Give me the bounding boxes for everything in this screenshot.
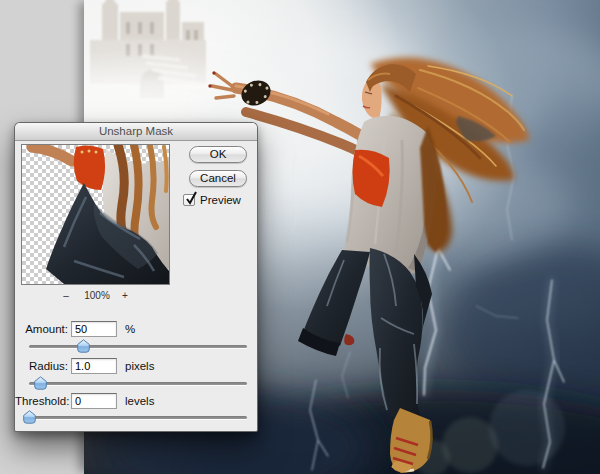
threshold-slider-thumb[interactable] <box>23 410 36 424</box>
preview-thumbnail[interactable] <box>21 144 170 285</box>
threshold-label: Threshold: <box>15 395 68 407</box>
radius-slider-thumb[interactable] <box>34 376 47 390</box>
radius-label: Radius: <box>15 360 68 372</box>
amount-slider-track[interactable] <box>29 345 247 348</box>
zoom-level: 100% <box>77 290 117 301</box>
preview-checkbox[interactable] <box>183 194 195 206</box>
threshold-input[interactable] <box>71 393 117 409</box>
amount-label: Amount: <box>15 323 68 335</box>
dialog-title: Unsharp Mask <box>99 125 173 137</box>
ok-button[interactable]: OK <box>189 146 247 163</box>
cancel-button[interactable]: Cancel <box>189 170 247 187</box>
zoom-in-button[interactable]: + <box>118 290 132 301</box>
amount-slider-thumb[interactable] <box>77 339 90 353</box>
threshold-slider-track[interactable] <box>29 416 247 419</box>
zoom-out-button[interactable]: – <box>59 290 73 301</box>
photoshop-workspace: Unsharp Mask <box>0 0 600 474</box>
dialog-titlebar[interactable]: Unsharp Mask <box>15 123 257 141</box>
amount-unit: % <box>125 323 135 335</box>
preview-art <box>22 145 169 284</box>
unsharp-mask-dialog: Unsharp Mask <box>14 122 258 432</box>
checkmark-icon <box>184 191 200 209</box>
radius-input[interactable] <box>71 358 117 374</box>
radius-unit: pixels <box>125 360 154 372</box>
threshold-unit: levels <box>125 395 154 407</box>
radius-slider-track[interactable] <box>29 382 247 385</box>
amount-input[interactable] <box>71 321 117 337</box>
preview-checkbox-label: Preview <box>200 194 241 206</box>
